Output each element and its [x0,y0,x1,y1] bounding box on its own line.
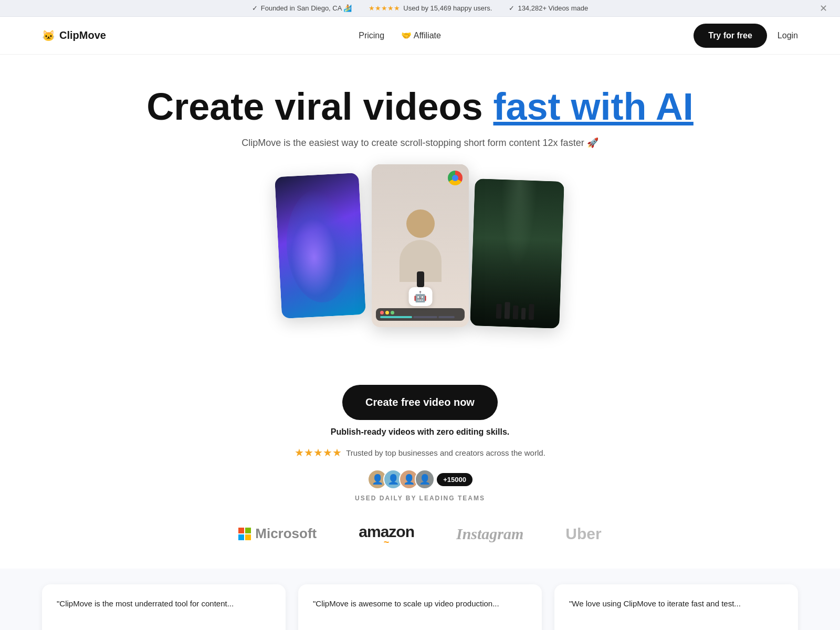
announcement-text-3: 134,282+ Videos made [518,4,588,12]
soldiers-group [496,302,534,320]
testimonial-card-1: "ClipMove is the most underrated tool fo… [42,584,286,630]
announcement-item-2: ★★★★★ Used by 15,469 happy users. [369,4,492,12]
used-daily-label: USED DAILY BY LEADING TEAMS [0,495,840,502]
announcement-text-2: Used by 15,469 happy users. [403,4,492,12]
testimonial-text-3: "We love using ClipMove to iterate fast … [569,599,783,608]
logo[interactable]: 🐱 ClipMove [42,29,106,42]
create-free-video-button[interactable]: Create free video now [342,385,498,420]
amazon-arrow-icon: ~ [359,541,414,544]
nav-links: Pricing 🤝 Affiliate [359,30,441,40]
uber-text: Uber [565,525,601,543]
dot-red [380,311,384,314]
microsoft-icon [238,528,251,540]
amazon-logo: amazon ~ [359,523,414,544]
dot-yellow [385,311,389,314]
hero-title-part1: Create viral videos [146,86,493,128]
progress-bar-2 [413,316,437,318]
testimonials-section: "ClipMove is the most underrated tool fo… [0,569,840,630]
video-card-left [275,173,366,319]
logo-text: ClipMove [59,29,106,41]
microphone [417,271,424,287]
video-bg-left [275,173,366,319]
smoke-effect [284,187,356,304]
soldier-5 [529,304,534,320]
trust-text: Trusted by top businesses and creators a… [346,448,545,457]
video-showcase: 🤖 [42,164,798,343]
announcement-item-1: ✓ Founded in San Diego, CA 🏄 [252,4,352,12]
avatar-img-3: 👤 [403,474,415,485]
instagram-logo: Instagram [456,525,523,543]
hero-section: Create viral videos fast with AI ClipMov… [0,55,840,380]
testimonial-card-2: "ClipMove is awesome to scale up video p… [298,584,542,630]
progress-overlay [376,308,465,321]
avatar-img-4: 👤 [419,474,430,485]
video-card-right [470,178,564,329]
progress-dots [380,311,460,314]
video-card-center: 🤖 [372,164,469,327]
nav-item-pricing[interactable]: Pricing [359,31,384,40]
soldier-3 [513,306,519,319]
dot-green [391,311,394,314]
testimonial-text-1: "ClipMove is the most underrated tool fo… [57,599,271,608]
svg-rect-3 [245,534,251,540]
soldier-2 [505,302,510,319]
rating-stars: ★★★★★ [295,446,342,459]
microsoft-text: Microsoft [255,526,317,542]
cta-tagline: Publish-ready videos with zero editing s… [0,427,840,437]
svg-rect-2 [238,534,244,540]
pricing-link[interactable]: Pricing [359,31,384,40]
check-icon-2: ✓ [509,4,514,12]
try-for-free-button[interactable]: Try for free [694,24,767,48]
stars-row: ★★★★★ Trusted by top businesses and crea… [0,446,840,459]
avatar-row: 👤 👤 👤 👤 +15000 [0,469,840,489]
progress-bar-1 [380,316,412,318]
check-icon-1: ✓ [252,4,258,12]
soldier-1 [496,304,502,319]
chrome-center [452,175,458,181]
testimonial-card-3: "We love using ClipMove to iterate fast … [554,584,798,630]
brands-row: Microsoft amazon ~ Instagram Uber [0,512,840,560]
stars-icon: ★★★★★ [369,4,400,12]
progress-bar-3 [438,316,455,318]
progress-bars [380,316,460,318]
video-bg-center: 🤖 [372,164,469,327]
soldier-4 [521,308,526,320]
svg-rect-0 [238,528,244,533]
chrome-icon [448,171,463,185]
hero-title-highlight: fast with AI [494,86,694,128]
user-count: +15000 [437,473,472,486]
affiliate-link[interactable]: 🤝 Affiliate [401,31,441,40]
avatar-img-2: 👤 [387,474,399,485]
cta-section: Create free video now Publish-ready vide… [0,380,840,569]
close-bar-button[interactable]: ✕ [820,3,827,14]
announcement-text-1: Founded in San Diego, CA 🏄 [261,4,352,12]
navbar: 🐱 ClipMove Pricing 🤝 Affiliate Try for f… [0,17,840,55]
microsoft-logo: Microsoft [238,526,317,542]
login-button[interactable]: Login [778,31,798,40]
avatar-img-1: 👤 [372,474,383,485]
robot-overlay: 🤖 [408,287,432,306]
announcement-item-3: ✓ 134,282+ Videos made [509,4,588,12]
robot-icon: 🤖 [414,290,427,303]
instagram-text: Instagram [456,525,523,543]
person-head [406,209,435,238]
announcement-bar: ✓ Founded in San Diego, CA 🏄 ★★★★★ Used … [0,0,840,17]
logo-emoji: 🐱 [42,29,55,42]
nav-right: Try for free Login [694,24,798,48]
hero-subtitle: ClipMove is the easiest way to create sc… [42,137,798,149]
light-rays [499,180,538,269]
person-body [400,240,442,282]
svg-rect-1 [245,528,251,533]
hero-title: Create viral videos fast with AI [42,86,798,128]
avatar-4: 👤 [415,469,435,489]
video-bg-right [470,178,564,329]
nav-item-affiliate[interactable]: 🤝 Affiliate [401,30,441,40]
testimonial-text-2: "ClipMove is awesome to scale up video p… [313,599,527,608]
uber-logo: Uber [565,525,601,543]
